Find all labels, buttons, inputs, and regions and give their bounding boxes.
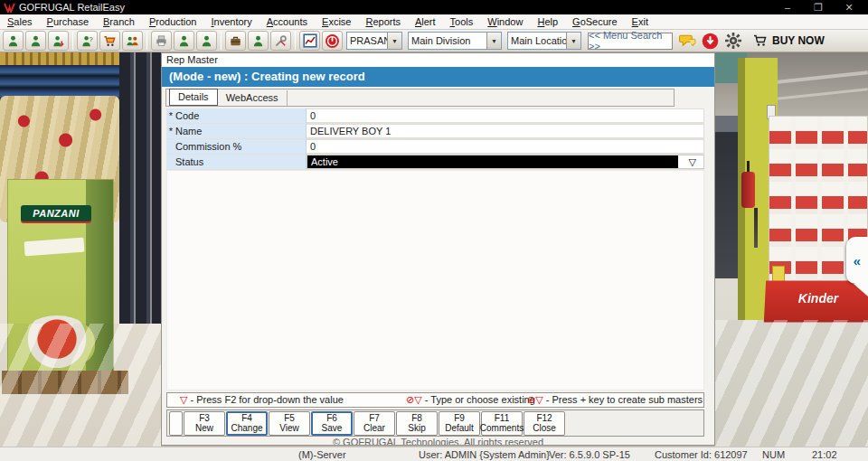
statusbar: (M)-Server User: ADMIN {System Admin} Ve…	[0, 447, 868, 461]
salesman-combo[interactable]: PRASANTH K GI ▼	[346, 32, 402, 50]
salesman-combo-value: PRASANTH K GI	[347, 35, 387, 46]
f12-close-button[interactable]: F12Close	[524, 411, 565, 436]
store-photo-left: PANZANI	[0, 52, 161, 447]
rep-form: * Code 0 * Name DELIVERY BOY 1 Commissio…	[166, 108, 704, 170]
f5-view-button[interactable]: F5View	[269, 411, 310, 436]
f9-default-button[interactable]: F9Default	[439, 411, 480, 436]
tab-webaccess[interactable]: WebAccess	[218, 90, 288, 106]
server-status: (M)-Server	[298, 448, 346, 461]
form-row-code: * Code 0	[166, 108, 704, 124]
form-row-name: * Name DELIVERY BOY 1	[166, 124, 704, 139]
hint-text-2: - Type or choose existing	[425, 394, 535, 405]
form-empty-area	[166, 170, 704, 390]
menubar: Sales Purchase Branch Production Invento…	[0, 14, 868, 30]
person-icon-1[interactable]	[3, 31, 24, 51]
wrench-icon[interactable]	[270, 31, 291, 51]
panzani-brand-label: PANZANI	[21, 205, 91, 221]
mode-header: (Mode - new) : Creating new record	[162, 67, 714, 87]
dialog-caption: Rep Master	[162, 53, 714, 67]
commission-field[interactable]: 0	[307, 139, 704, 154]
submaster-hint-icon: ⊖▽	[527, 394, 543, 405]
menu-reports[interactable]: Reports	[358, 14, 408, 30]
division-combo[interactable]: Main Division ▼	[408, 32, 502, 50]
users-group-icon[interactable]	[122, 31, 143, 51]
f3-new-button[interactable]: F3New	[184, 411, 225, 436]
buy-now-button[interactable]: BUY NOW	[753, 34, 825, 47]
required-marker: *	[166, 126, 175, 136]
blank-button[interactable]	[169, 411, 183, 436]
f4-change-button[interactable]: F4Change	[226, 411, 268, 436]
application-window: GOFRUGAL RetailEasy – ❐ ✕ Sales Purchase…	[0, 0, 868, 461]
minimize-icon[interactable]: –	[772, 0, 803, 14]
version-status: Ver: 6.5.9.0 SP-15	[549, 448, 630, 461]
store-photo-right: Kinder	[714, 52, 868, 447]
download-icon[interactable]	[700, 31, 721, 51]
menu-branch[interactable]: Branch	[96, 14, 142, 30]
person-icon-5[interactable]	[248, 31, 269, 51]
menu-search-input[interactable]: << Menu Search >>	[588, 33, 673, 50]
ceiling-light	[769, 71, 868, 84]
required-marker: *	[166, 110, 175, 121]
location-combo-value: Main Location	[508, 35, 566, 46]
toolbar-separator	[72, 32, 73, 50]
buy-now-label: BUY NOW	[772, 34, 825, 47]
person-red-icon[interactable]	[48, 31, 69, 51]
tabstrip: Details WebAccess	[165, 89, 675, 107]
chart-window-icon[interactable]	[299, 31, 320, 51]
cart-icon[interactable]	[99, 31, 120, 51]
chevron-down-icon[interactable]: ▼	[486, 33, 501, 49]
menu-window[interactable]: Window	[480, 14, 530, 30]
dropdown-triangle-icon[interactable]: ▽	[689, 156, 696, 168]
menu-gosecure[interactable]: GoSecure	[565, 14, 625, 30]
titlebar: GOFRUGAL RetailEasy – ❐ ✕	[0, 0, 868, 14]
menu-purchase[interactable]: Purchase	[40, 14, 96, 30]
f11-comments-button[interactable]: F11Comments	[481, 411, 523, 436]
location-combo[interactable]: Main Location ▼	[507, 32, 581, 50]
shelf-upright	[119, 52, 161, 324]
chevron-down-icon[interactable]: ▼	[566, 33, 580, 49]
extinguisher-bracket	[754, 208, 758, 248]
f8-skip-button[interactable]: F8Skip	[396, 411, 438, 436]
menu-inventory[interactable]: Inventory	[204, 14, 259, 30]
f6-save-button[interactable]: F6Save	[311, 411, 353, 436]
type-choose-hint-icon: ⊘▽	[406, 394, 422, 405]
person-icon-2[interactable]	[25, 31, 46, 51]
menu-accounts[interactable]: Accounts	[259, 14, 315, 30]
chat-icon[interactable]	[677, 31, 698, 51]
menu-exit[interactable]: Exit	[625, 14, 656, 30]
buy-now-cart-icon	[753, 34, 768, 47]
briefcase-icon[interactable]	[225, 31, 246, 51]
menu-production[interactable]: Production	[142, 14, 204, 30]
person-icon-3[interactable]	[174, 31, 194, 51]
fire-extinguisher	[741, 172, 755, 208]
hint-bar: ▽ - Press F2 for drop-down the value ⊘▽ …	[166, 392, 704, 408]
name-field[interactable]: DELIVERY BOY 1	[307, 124, 704, 138]
back-shelf	[714, 116, 740, 278]
division-combo-value: Main Division	[409, 35, 486, 46]
code-field[interactable]: 0	[307, 108, 704, 123]
gofrugal-logo-icon	[4, 3, 15, 13]
f7-clear-button[interactable]: F7Clear	[354, 411, 395, 436]
printer-icon[interactable]	[151, 31, 172, 51]
power-icon[interactable]	[322, 31, 343, 51]
menu-tools[interactable]: Tools	[443, 14, 481, 30]
status-selected-value[interactable]: Active	[307, 155, 678, 168]
close-icon[interactable]: ✕	[834, 0, 864, 14]
tab-details[interactable]: Details	[169, 89, 218, 106]
customer-id-status: Customer Id: 612097	[655, 448, 748, 461]
menu-sales[interactable]: Sales	[0, 14, 40, 30]
settings-gear-icon[interactable]	[722, 31, 743, 51]
function-key-bar: F3New F4Change F5View F6Save F7Clear F8S…	[166, 409, 704, 437]
person-icon-4[interactable]	[196, 31, 217, 51]
chevron-down-icon[interactable]: ▼	[387, 33, 401, 49]
person-help-icon[interactable]: ?	[77, 31, 98, 51]
menu-excise[interactable]: Excise	[315, 14, 358, 30]
maximize-icon[interactable]: ❐	[803, 0, 834, 14]
name-label: Name	[175, 126, 202, 136]
menu-alert[interactable]: Alert	[408, 14, 443, 30]
store-floor	[0, 324, 161, 447]
status-field[interactable]: Active ▽	[307, 155, 704, 169]
form-row-commission: Commission % 0	[166, 139, 704, 155]
menu-help[interactable]: Help	[530, 14, 565, 30]
side-panel-toggle[interactable]: «	[846, 237, 868, 284]
